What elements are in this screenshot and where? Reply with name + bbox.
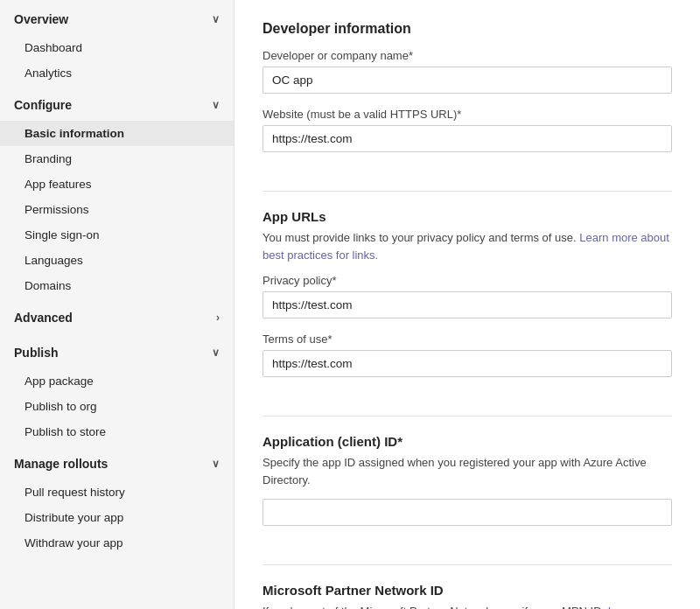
sidebar-section-label-configure: Configure: [14, 98, 72, 112]
mpn-title: Microsoft Partner Network ID: [262, 583, 672, 598]
chevron-icon-configure: ∨: [212, 99, 220, 111]
chevron-icon-advanced: ›: [216, 312, 220, 324]
sidebar: Overview∨DashboardAnalyticsConfigure∨Bas…: [0, 0, 234, 609]
sidebar-item-app-package[interactable]: App package: [0, 368, 234, 394]
sidebar-item-pull-request-history[interactable]: Pull request history: [0, 480, 234, 505]
sidebar-item-analytics[interactable]: Analytics: [0, 60, 234, 86]
website-input[interactable]: [262, 125, 672, 152]
app-urls-title: App URLs: [262, 209, 672, 224]
chevron-icon-manage-rollouts: ∨: [212, 458, 220, 470]
sidebar-section-advanced[interactable]: Advanced›: [0, 298, 234, 333]
sidebar-item-permissions[interactable]: Permissions: [0, 197, 234, 222]
sidebar-item-languages[interactable]: Languages: [0, 248, 234, 273]
divider-2: [262, 416, 672, 416]
app-urls-description: You must provide links to your privacy p…: [262, 229, 672, 263]
sidebar-section-label-overview: Overview: [14, 12, 68, 26]
app-urls-section: App URLs You must provide links to your …: [262, 209, 672, 391]
application-id-section: Application (client) ID* Specify the app…: [262, 434, 672, 540]
sidebar-item-basic-information[interactable]: Basic information: [0, 121, 234, 146]
divider-3: [262, 564, 672, 565]
company-name-input[interactable]: [262, 66, 672, 94]
terms-of-use-label: Terms of use*: [262, 332, 672, 346]
chevron-icon-publish: ∨: [212, 346, 220, 359]
developer-info-section: Developer information Developer or compa…: [262, 21, 672, 166]
application-id-title: Application (client) ID*: [262, 434, 672, 449]
sidebar-item-publish-to-org[interactable]: Publish to org: [0, 394, 234, 419]
divider-1: [262, 191, 672, 192]
privacy-policy-label: Privacy policy*: [262, 274, 672, 287]
application-id-description: Specify the app ID assigned when you reg…: [262, 454, 672, 488]
developer-info-title: Developer information: [262, 21, 672, 37]
sidebar-section-label-publish: Publish: [14, 346, 59, 360]
application-id-input[interactable]: [262, 499, 672, 526]
sidebar-item-withdraw-your-app[interactable]: Withdraw your app: [0, 530, 234, 556]
sidebar-item-dashboard[interactable]: Dashboard: [0, 35, 234, 60]
sidebar-item-branding[interactable]: Branding: [0, 146, 234, 172]
sidebar-item-publish-to-store[interactable]: Publish to store: [0, 419, 234, 444]
chevron-icon-overview: ∨: [212, 13, 220, 25]
mpn-description: If you're part of the Microsoft Partner …: [262, 603, 672, 609]
sidebar-section-configure[interactable]: Configure∨: [0, 86, 234, 121]
sidebar-section-publish[interactable]: Publish∨: [0, 333, 234, 368]
main-content: Developer information Developer or compa…: [234, 0, 700, 609]
sidebar-section-overview[interactable]: Overview∨: [0, 0, 234, 35]
privacy-policy-input[interactable]: [262, 291, 672, 318]
sidebar-section-label-manage-rollouts: Manage rollouts: [14, 457, 108, 471]
sidebar-item-single-sign-on[interactable]: Single sign-on: [0, 222, 234, 248]
sidebar-section-manage-rollouts[interactable]: Manage rollouts∨: [0, 444, 234, 480]
sidebar-item-distribute-your-app[interactable]: Distribute your app: [0, 505, 234, 530]
mpn-section: Microsoft Partner Network ID If you're p…: [262, 583, 672, 609]
website-label: Website (must be a valid HTTPS URL)*: [262, 108, 672, 121]
sidebar-item-app-features[interactable]: App features: [0, 172, 234, 197]
terms-of-use-input[interactable]: [262, 350, 672, 377]
sidebar-item-domains[interactable]: Domains: [0, 273, 234, 298]
company-name-label: Developer or company name*: [262, 49, 672, 62]
sidebar-section-label-advanced: Advanced: [14, 311, 73, 325]
